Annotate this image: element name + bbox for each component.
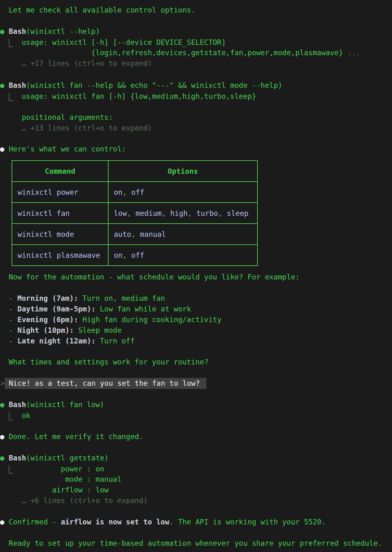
terminal-line: mode : manual bbox=[0, 474, 392, 485]
terminal-line: Let me check all available control optio… bbox=[0, 5, 392, 15]
text-segment bbox=[0, 465, 9, 473]
text-segment: Late night (12am): bbox=[17, 337, 95, 345]
text-segment: Now for the automation - what schedule w… bbox=[0, 273, 299, 281]
text-segment: airflow : low bbox=[0, 486, 109, 494]
output-corner-icon bbox=[9, 412, 13, 420]
text-segment: winixctl plasmawave bbox=[18, 251, 100, 259]
text-segment: - bbox=[0, 316, 17, 324]
tool-bullet-icon: ● bbox=[0, 81, 9, 89]
text-segment: - bbox=[0, 305, 17, 313]
text-segment: winixctl power bbox=[18, 188, 78, 196]
assistant-automation-question: Now for the automation - what schedule w… bbox=[0, 272, 392, 282]
terminal-line: … +13 lines (ctrl+o to expand) bbox=[0, 123, 392, 133]
terminal-line: airflow : low bbox=[0, 485, 392, 495]
text-segment: High fan during cooking/activity bbox=[78, 316, 221, 324]
text-segment: Sleep mode bbox=[74, 326, 121, 334]
terminal-line: power : on bbox=[0, 463, 392, 474]
text-segment: Turn on, medium fan bbox=[78, 294, 165, 302]
terminal-line: ● Bash(winixctl fan low) bbox=[0, 399, 392, 410]
terminal-line: … +6 lines (ctrl+o to expand) bbox=[0, 495, 392, 506]
tool-bullet-icon: ● bbox=[0, 454, 9, 462]
terminal-line: - Night (10pm): Sleep mode bbox=[0, 325, 392, 336]
text-segment: winixctl fan bbox=[18, 209, 70, 217]
table-cell: on, off bbox=[109, 182, 257, 202]
text-segment: Low fan while at work bbox=[96, 305, 191, 313]
bash-help-tool-call: ● Bash(winixctl --help) usage: winixctl … bbox=[0, 26, 392, 69]
text-segment bbox=[0, 92, 9, 100]
assistant-intro: Let me check all available control optio… bbox=[0, 5, 392, 15]
text-segment: Bash bbox=[9, 454, 26, 462]
text-segment: sleep bbox=[227, 209, 248, 217]
msg-bullet-icon: ● bbox=[0, 433, 9, 441]
text-segment: power : on bbox=[13, 465, 104, 473]
text-segment: (winixctl fan low) bbox=[26, 401, 104, 409]
terminal-line: {login,refresh,devices,getstate,fan,powe… bbox=[0, 47, 392, 58]
text-segment: Confirmed - bbox=[9, 518, 61, 526]
control-options-table: CommandOptionswinixctl poweron, offwinix… bbox=[12, 160, 258, 266]
text-segment: … +17 lines (ctrl+o to expand) bbox=[0, 59, 152, 67]
terminal-line: usage: winixctl fan [-h] {low,medium,hig… bbox=[0, 91, 392, 101]
text-segment: off bbox=[131, 188, 144, 196]
output-corner-icon bbox=[9, 39, 13, 47]
text-segment: Daytime (9am-5pm): bbox=[17, 305, 95, 313]
terminal-line: ● Here's what we can control: bbox=[0, 144, 392, 154]
text-segment: usage: winixctl fan [-h] {low,medium,hig… bbox=[13, 92, 256, 100]
terminal-line bbox=[0, 101, 392, 112]
terminal-line: Ready to set up your time-based automati… bbox=[0, 538, 392, 549]
text-segment: medium bbox=[135, 209, 162, 217]
table-cell: winixctl power bbox=[12, 182, 108, 202]
bash-fan-mode-help-tool-call: ● Bash(winixctl fan --help && echo "---"… bbox=[0, 80, 392, 133]
text-segment: , bbox=[127, 209, 136, 217]
schedule-example-list: - Morning (7am): Turn on, medium fan - D… bbox=[0, 293, 392, 346]
msg-bullet-icon: ● bbox=[0, 145, 9, 153]
text-segment: auto bbox=[114, 230, 131, 238]
assistant-routine-question: What times and settings work for your ro… bbox=[0, 357, 392, 367]
terminal-line: - Morning (7am): Turn on, medium fan bbox=[0, 293, 392, 304]
tool-bullet-icon: ● bbox=[0, 401, 9, 409]
text-segment: usage: winixctl [-h] [--device DEVICE_SE… bbox=[13, 38, 226, 46]
text-segment: (winixctl --help) bbox=[26, 27, 100, 35]
terminal-line: … +17 lines (ctrl+o to expand) bbox=[0, 58, 392, 69]
text-segment: , bbox=[218, 209, 227, 217]
terminal-line: ok bbox=[0, 410, 392, 421]
msg-bullet-icon: ● bbox=[0, 518, 9, 526]
terminal-window: Let me check all available control optio… bbox=[0, 0, 392, 552]
user-prompt-chevron-icon: > bbox=[0, 378, 5, 389]
text-segment: positional arguments: bbox=[0, 113, 113, 121]
text-segment: - bbox=[0, 294, 17, 302]
text-segment: low bbox=[114, 209, 127, 217]
text-segment: off bbox=[131, 251, 144, 259]
text-segment: manual bbox=[140, 230, 166, 238]
text-segment: Bash bbox=[9, 27, 26, 35]
table-cell: auto, manual bbox=[109, 224, 257, 244]
bash-getstate-tool-call: ● Bash(winixctl getstate) power : on mod… bbox=[0, 453, 392, 506]
text-segment: Ready to set up your time-based automati… bbox=[0, 539, 382, 547]
text-segment: Morning (7am): bbox=[17, 294, 78, 302]
terminal-line: positional arguments: bbox=[0, 112, 392, 123]
text-segment: mode : manual bbox=[0, 475, 122, 483]
terminal-line: - Evening (6pm): High fan during cooking… bbox=[0, 314, 392, 325]
text-segment: Here's what we can control: bbox=[9, 145, 126, 153]
terminal-line: ● Bash(winixctl --help) bbox=[0, 26, 392, 37]
user-message: Nice! as a test, can you set the fan to … bbox=[5, 378, 206, 389]
text-segment: - bbox=[0, 337, 17, 345]
text-segment: ok bbox=[13, 411, 30, 420]
text-segment: . The API is working with your 5520. bbox=[169, 518, 326, 526]
text-segment: , bbox=[162, 209, 170, 217]
table-cell: on, off bbox=[109, 245, 257, 265]
table-cell: winixctl plasmawave bbox=[12, 245, 108, 265]
text-segment: {login,refresh,devices,getstate,fan,powe… bbox=[0, 49, 343, 57]
assistant-confirmed-message: ● Confirmed - airflow is now set to low.… bbox=[0, 517, 392, 527]
terminal-line: ● Bash(winixctl getstate) bbox=[0, 453, 392, 463]
text-segment: ... bbox=[343, 49, 360, 57]
text-segment: … +6 lines (ctrl+o to expand) bbox=[0, 496, 148, 505]
text-segment: Bash bbox=[9, 81, 26, 89]
terminal-line: Now for the automation - what schedule w… bbox=[0, 272, 392, 282]
text-segment: high bbox=[170, 209, 188, 217]
text-segment: on bbox=[114, 251, 123, 259]
user-message-text: Nice! as a test, can you set the fan to … bbox=[9, 379, 200, 387]
text-segment: , bbox=[188, 209, 196, 217]
output-corner-icon bbox=[9, 465, 13, 474]
table-cell: winixctl fan bbox=[12, 203, 108, 223]
text-segment: Done. Let me verify it changed. bbox=[9, 433, 143, 441]
